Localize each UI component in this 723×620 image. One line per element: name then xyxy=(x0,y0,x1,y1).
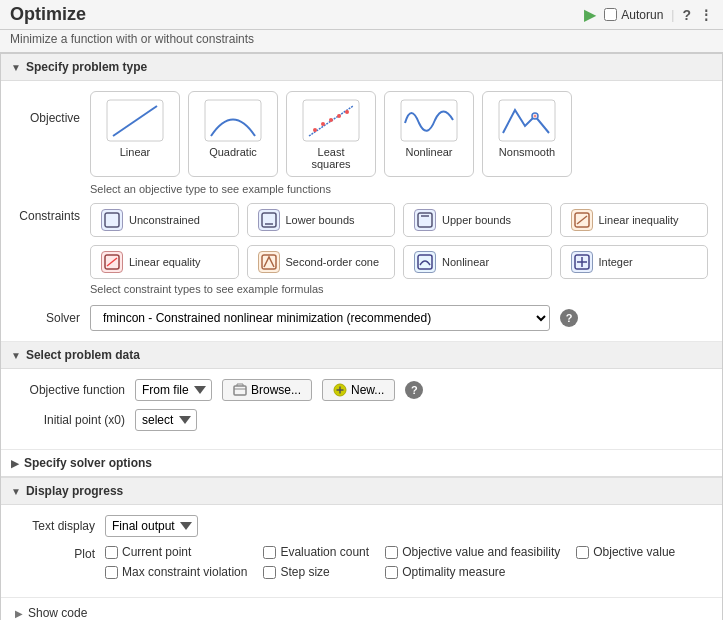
problem-data-label: Select problem data xyxy=(26,348,140,362)
obj-nonsmooth-label: Nonsmooth xyxy=(499,146,555,158)
con-nonlinear-label: Nonlinear xyxy=(442,256,489,268)
autorun-label[interactable]: Autorun xyxy=(604,8,663,22)
solver-label: Solver xyxy=(15,311,80,325)
constraints-row: Constraints Unconstrained xyxy=(15,203,708,279)
text-display-label: Text display xyxy=(15,519,95,533)
solver-select[interactable]: fmincon - Constrained nonlinear minimiza… xyxy=(90,305,550,331)
plot-label: Plot xyxy=(15,545,95,561)
con-linear-equality-button[interactable]: Linear equality xyxy=(90,245,239,279)
objective-label: Objective xyxy=(15,91,80,125)
con-integer-label: Integer xyxy=(599,256,633,268)
obj-nonsmooth-button[interactable]: Nonsmooth xyxy=(482,91,572,177)
solver-options-header[interactable]: ▶ Specify solver options xyxy=(1,450,722,477)
objective-hint: Select an objective type to see example … xyxy=(90,183,708,195)
con-lower-bounds-label: Lower bounds xyxy=(286,214,355,226)
obj-func-help-button[interactable]: ? xyxy=(405,381,423,399)
new-icon xyxy=(333,383,347,397)
con-second-order-cone-label: Second-order cone xyxy=(286,256,380,268)
obj-quadratic-button[interactable]: Quadratic xyxy=(188,91,278,177)
help-button[interactable]: ? xyxy=(682,7,691,23)
checkbox-obj-feasibility[interactable]: Objective value and feasibility xyxy=(385,545,560,559)
run-button[interactable]: ▶ xyxy=(584,5,596,24)
show-code-label: Show code xyxy=(28,606,87,620)
problem-type-body: Objective Linear Quadratic xyxy=(1,81,722,342)
plot-checkboxes: Current point Evaluation count Objective… xyxy=(105,545,675,579)
init-point-select[interactable]: select xyxy=(135,409,197,431)
new-button[interactable]: New... xyxy=(322,379,395,401)
obj-least-squares-button[interactable]: Least squares xyxy=(286,91,376,177)
text-display-select[interactable]: Final output xyxy=(105,515,198,537)
autorun-checkbox[interactable] xyxy=(604,8,617,21)
show-code-arrow: ▶ xyxy=(15,608,23,619)
toolbar-right: ▶ Autorun | ? ⋮ xyxy=(584,5,713,24)
browse-label: Browse... xyxy=(251,383,301,397)
solver-row: Solver fmincon - Constrained nonlinear m… xyxy=(15,305,708,331)
obj-least-squares-label: Least squares xyxy=(297,146,365,170)
show-code-section[interactable]: ▶ Show code xyxy=(1,598,722,620)
more-button[interactable]: ⋮ xyxy=(699,7,713,23)
obj-linear-button[interactable]: Linear xyxy=(90,91,180,177)
obj-nonlinear-button[interactable]: Nonlinear xyxy=(384,91,474,177)
solver-options-arrow: ▶ xyxy=(11,458,19,469)
con-nonlinear-button[interactable]: Nonlinear xyxy=(403,245,552,279)
new-label: New... xyxy=(351,383,384,397)
toolbar-separator: | xyxy=(671,8,674,22)
con-upper-bounds-button[interactable]: Upper bounds xyxy=(403,203,552,237)
con-linear-equality-label: Linear equality xyxy=(129,256,201,268)
checkbox-optimality[interactable]: Optimality measure xyxy=(385,565,560,579)
con-upper-bounds-label: Upper bounds xyxy=(442,214,511,226)
checkbox-step-size[interactable]: Step size xyxy=(263,565,369,579)
solver-help-button[interactable]: ? xyxy=(560,309,578,327)
con-lower-bounds-button[interactable]: Lower bounds xyxy=(247,203,396,237)
constraints-label: Constraints xyxy=(15,203,80,223)
svg-point-13 xyxy=(534,115,537,118)
con-unconstrained-button[interactable]: Unconstrained xyxy=(90,203,239,237)
svg-point-6 xyxy=(321,122,325,126)
display-progress-body: Text display Final output Plot Current p… xyxy=(1,505,722,598)
con-linear-inequality-button[interactable]: Linear inequality xyxy=(560,203,709,237)
objective-buttons: Linear Quadratic xyxy=(90,91,572,177)
toolbar: Optimize ▶ Autorun | ? ⋮ xyxy=(0,0,723,30)
obj-func-select[interactable]: From file xyxy=(135,379,212,401)
svg-rect-15 xyxy=(262,213,276,227)
checkbox-current-point[interactable]: Current point xyxy=(105,545,247,559)
svg-rect-24 xyxy=(418,255,432,269)
svg-rect-28 xyxy=(234,386,246,395)
con-second-order-cone-button[interactable]: Second-order cone xyxy=(247,245,396,279)
obj-nonlinear-label: Nonlinear xyxy=(405,146,452,158)
constraint-buttons: Unconstrained Lower bounds xyxy=(90,203,708,279)
svg-point-7 xyxy=(329,118,333,122)
app-subtitle: Minimize a function with or without cons… xyxy=(0,30,723,53)
obj-linear-label: Linear xyxy=(120,146,151,158)
problem-data-arrow: ▼ xyxy=(11,350,21,361)
solver-options-label: Specify solver options xyxy=(24,456,152,470)
app-title: Optimize xyxy=(10,4,86,25)
plot-row: Plot Current point Evaluation count Obje… xyxy=(15,545,708,579)
con-linear-inequality-label: Linear inequality xyxy=(599,214,679,226)
svg-line-20 xyxy=(577,216,587,224)
svg-line-22 xyxy=(107,258,117,266)
svg-rect-11 xyxy=(499,100,555,141)
browse-button[interactable]: Browse... xyxy=(222,379,312,401)
display-progress-header[interactable]: ▼ Display progress xyxy=(1,477,722,505)
svg-rect-14 xyxy=(105,213,119,227)
browse-icon xyxy=(233,383,247,397)
checkbox-obj-value[interactable]: Objective value xyxy=(576,545,675,559)
display-progress-label: Display progress xyxy=(26,484,123,498)
obj-func-label: Objective function xyxy=(15,383,125,397)
svg-rect-17 xyxy=(418,213,432,227)
svg-point-9 xyxy=(345,110,349,114)
obj-quadratic-label: Quadratic xyxy=(209,146,257,158)
objective-row: Objective Linear Quadratic xyxy=(15,91,708,177)
svg-point-8 xyxy=(337,114,341,118)
display-progress-arrow: ▼ xyxy=(11,486,21,497)
init-point-label: Initial point (x0) xyxy=(15,413,125,427)
problem-data-header[interactable]: ▼ Select problem data xyxy=(1,342,722,369)
problem-type-header[interactable]: ▼ Specify problem type xyxy=(1,54,722,81)
con-unconstrained-label: Unconstrained xyxy=(129,214,200,226)
problem-type-label: Specify problem type xyxy=(26,60,147,74)
checkbox-evaluation-count[interactable]: Evaluation count xyxy=(263,545,369,559)
svg-rect-10 xyxy=(401,100,457,141)
checkbox-max-constraint[interactable]: Max constraint violation xyxy=(105,565,247,579)
con-integer-button[interactable]: Integer xyxy=(560,245,709,279)
